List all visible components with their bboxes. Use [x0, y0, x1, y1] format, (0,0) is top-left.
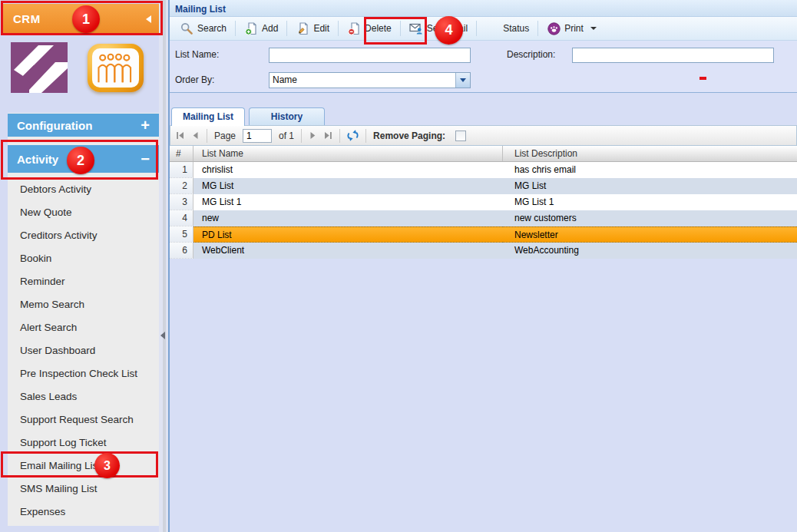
print-button[interactable]: Print — [540, 20, 604, 38]
row-number: 4 — [170, 210, 193, 226]
toolbar-separator — [537, 21, 538, 36]
table-row[interactable]: 1chrislisthas chris email — [170, 162, 797, 178]
page-of-label: of 1 — [279, 131, 294, 141]
crm-people-logo — [88, 44, 144, 92]
toolbar-separator — [235, 21, 236, 36]
remove-paging-checkbox[interactable] — [455, 131, 466, 141]
status-button[interactable]: Status — [478, 20, 536, 38]
sidebar-item-memo-search[interactable]: Memo Search — [8, 293, 159, 316]
sidebar-item-creditors-activity[interactable]: Creditors Activity — [8, 224, 159, 247]
toolbar-button-label: Edit — [313, 23, 329, 34]
table-row[interactable]: 3MG List 1MG List 1 — [170, 194, 797, 210]
add-icon — [244, 22, 258, 35]
pager-bar: Page of 1 Remove Paging: — [170, 125, 797, 146]
toolbar-button-label: Status — [503, 23, 529, 34]
last-page-button[interactable] — [324, 131, 332, 140]
sidebar-item-pre-inspection-check-list[interactable]: Pre Inspection Check List — [8, 362, 159, 385]
sidebar-item-expenses[interactable]: Expenses — [8, 501, 159, 524]
row-number: 2 — [170, 178, 193, 194]
toolbar-button-label: Delete — [365, 23, 392, 34]
first-page-button[interactable] — [176, 131, 184, 140]
toolbar-button-label: Add — [262, 23, 278, 34]
next-page-button[interactable] — [309, 131, 317, 140]
tab-history[interactable]: History — [249, 107, 325, 125]
list-name-cell: PD List — [193, 226, 503, 243]
list-description-cell: WebAccounting — [503, 243, 797, 259]
row-number: 6 — [170, 243, 193, 259]
previous-page-button[interactable] — [191, 131, 200, 140]
order-by-label: Order By: — [175, 74, 214, 85]
toolbar-button-label: Search — [197, 23, 227, 34]
page-number-input[interactable] — [243, 129, 272, 143]
list-name-label: List Name: — [175, 49, 219, 60]
toolbar-separator — [286, 21, 287, 36]
send-mail-button[interactable]: Send Mail — [402, 20, 475, 38]
search-icon — [180, 22, 193, 35]
row-number: 3 — [170, 194, 193, 210]
toolbar-separator — [400, 21, 401, 36]
delete-button[interactable]: Delete — [340, 20, 398, 38]
tab-mailing-list[interactable]: Mailing List — [171, 107, 245, 126]
panel-title: Mailing List — [175, 4, 226, 15]
collapse-left-icon — [146, 15, 151, 23]
table-row[interactable]: 5PD ListNewsletter — [170, 226, 797, 243]
edit-button[interactable]: Edit — [289, 20, 336, 38]
sidebar-item-email-mailing-list[interactable]: Email Mailing List — [8, 454, 159, 477]
list-name-cell: MG List — [193, 178, 503, 194]
row-number: 5 — [170, 226, 193, 243]
search-button[interactable]: Search — [173, 20, 233, 38]
add-button[interactable]: Add — [237, 20, 285, 38]
column-header-list-name[interactable]: List Name — [193, 146, 503, 161]
sidebar-item-sales-leads[interactable]: Sales Leads — [8, 385, 159, 408]
column-header-description[interactable]: List Description — [503, 146, 797, 161]
crm-title: CRM — [13, 12, 41, 25]
list-description-cell: has chris email — [503, 162, 797, 178]
sidebar-item-user-dashboard[interactable]: User Dashboard — [8, 339, 159, 362]
table-row[interactable]: 2MG ListMG List — [170, 178, 797, 194]
refresh-icon[interactable] — [347, 130, 359, 141]
pager-separator — [301, 129, 302, 143]
search-form: List Name: Description: Order By: Name — [170, 41, 797, 93]
list-name-input[interactable] — [269, 48, 471, 63]
crm-header-bar[interactable]: CRM — [3, 4, 161, 34]
sidebar-item-bookin[interactable]: Bookin — [8, 247, 159, 270]
sidebar-item-debtors-activity[interactable]: Debtors Activity — [8, 178, 159, 201]
toolbar-separator — [476, 21, 477, 36]
list-name-cell: chrislist — [193, 162, 503, 178]
sidebar: CRM Configuration + Activity − Debt — [0, 0, 164, 532]
chevron-down-icon — [460, 78, 466, 82]
remove-paging-label: Remove Paging: — [373, 131, 445, 141]
splitter-collapse-handle[interactable] — [160, 332, 165, 339]
order-by-value: Name — [273, 73, 297, 88]
sidebar-section-activity[interactable]: Activity − — [8, 145, 159, 173]
dropdown-button — [455, 73, 470, 88]
mailing-list-panel: Mailing List SearchAddEditDeleteSend Mai… — [168, 0, 797, 532]
chevron-down-icon — [590, 27, 597, 30]
column-header-number[interactable]: # — [170, 146, 193, 161]
panel-caption-bar: Mailing List — [170, 0, 797, 17]
sidebar-item-support-log-ticket[interactable]: Support Log Ticket — [8, 431, 159, 454]
pager-separator — [207, 129, 207, 143]
page-label: Page — [214, 131, 236, 141]
list-name-cell: WebClient — [193, 243, 503, 259]
table-row[interactable]: 4newnew customers — [170, 210, 797, 226]
table-row[interactable]: 6WebClientWebAccounting — [170, 243, 797, 259]
collapse-minus-icon: − — [141, 151, 150, 167]
sidebar-menu-list: Debtors ActivityNew QuoteCreditors Activ… — [8, 178, 159, 524]
list-description-cell: MG List — [503, 178, 797, 194]
sidebar-item-alert-search[interactable]: Alert Search — [8, 316, 159, 339]
edit-icon — [296, 22, 309, 35]
description-input[interactable] — [572, 48, 774, 63]
sidebar-item-sms-mailing-list[interactable]: SMS Mailing List — [8, 477, 159, 501]
sidebar-item-support-request-search[interactable]: Support Request Search — [8, 408, 159, 431]
list-description-cell: MG List 1 — [503, 194, 797, 210]
sidebar-section-configuration[interactable]: Configuration + — [8, 114, 159, 137]
row-number: 1 — [170, 162, 193, 178]
sidebar-item-new-quote[interactable]: New Quote — [8, 201, 159, 224]
toolbar-button-label: Send Mail — [427, 23, 468, 34]
send-mail-icon — [409, 22, 423, 35]
sidebar-item-reminder[interactable]: Reminder — [8, 270, 159, 293]
company-logo — [11, 42, 68, 93]
pager-separator — [339, 129, 340, 143]
order-by-dropdown[interactable]: Name — [269, 72, 471, 88]
